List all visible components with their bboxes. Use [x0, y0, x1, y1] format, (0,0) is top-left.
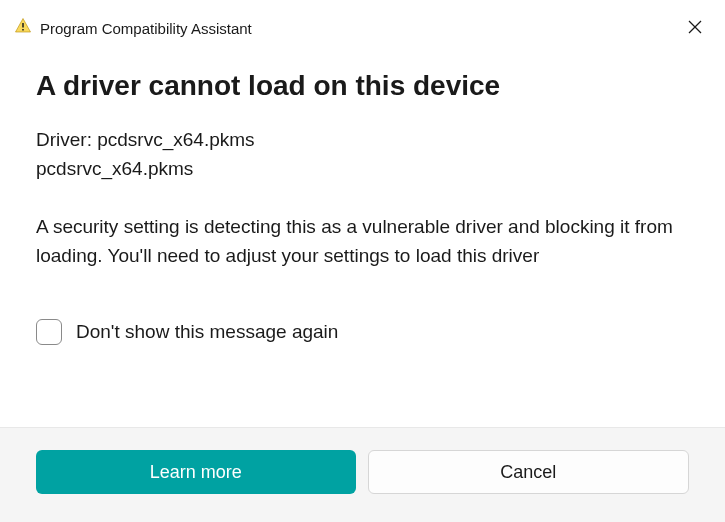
window-title: Program Compatibility Assistant	[40, 20, 252, 37]
close-button[interactable]	[679, 12, 711, 44]
titlebar-left: Program Compatibility Assistant	[14, 17, 252, 39]
content-area: A driver cannot load on this device Driv…	[0, 52, 725, 345]
warning-icon	[14, 17, 32, 39]
driver-info: Driver: pcdsrvc_x64.pkms pcdsrvc_x64.pkm…	[36, 125, 689, 184]
cancel-button[interactable]: Cancel	[368, 450, 690, 494]
svg-rect-0	[22, 23, 24, 28]
close-icon	[688, 20, 702, 37]
dont-show-again-checkbox[interactable]	[36, 319, 62, 345]
dont-show-again-label[interactable]: Don't show this message again	[76, 321, 338, 343]
dont-show-again-row[interactable]: Don't show this message again	[36, 319, 689, 345]
driver-line-2: pcdsrvc_x64.pkms	[36, 154, 689, 183]
titlebar: Program Compatibility Assistant	[0, 0, 725, 52]
explanation-text: A security setting is detecting this as …	[36, 212, 689, 271]
svg-rect-1	[22, 29, 24, 31]
driver-line-1: Driver: pcdsrvc_x64.pkms	[36, 125, 689, 154]
footer: Learn more Cancel	[0, 427, 725, 522]
learn-more-button[interactable]: Learn more	[36, 450, 356, 494]
page-heading: A driver cannot load on this device	[36, 68, 689, 103]
